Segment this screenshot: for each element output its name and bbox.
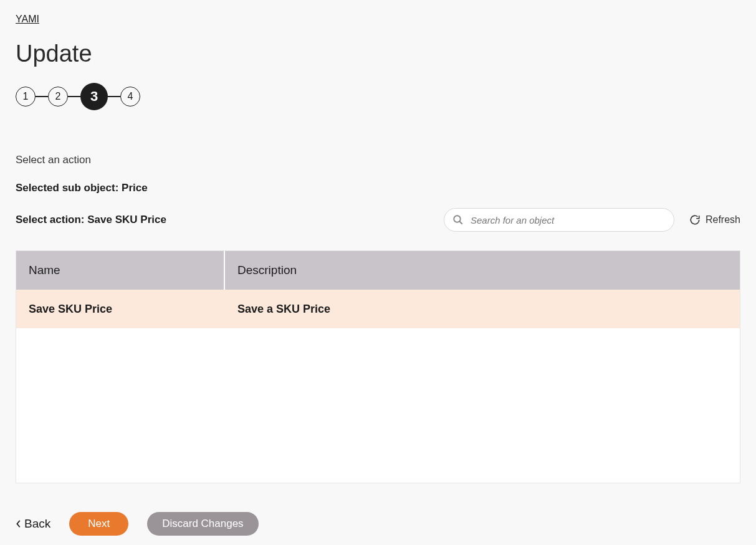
stepper: 1 2 3 4 bbox=[16, 83, 740, 110]
page-title: Update bbox=[16, 40, 740, 67]
step-connector bbox=[68, 96, 80, 97]
step-4[interactable]: 4 bbox=[120, 87, 140, 107]
breadcrumb[interactable]: YAMI bbox=[16, 14, 39, 25]
header-name: Name bbox=[16, 251, 225, 290]
search-refresh-group: Refresh bbox=[444, 208, 740, 232]
table-header: Name Description bbox=[16, 251, 740, 290]
step-connector bbox=[108, 96, 120, 97]
step-2[interactable]: 2 bbox=[48, 87, 68, 107]
table-row[interactable]: Save SKU Price Save a SKU Price bbox=[16, 290, 740, 328]
action-search-row: Select action: Save SKU Price Refresh bbox=[16, 208, 740, 232]
header-description: Description bbox=[225, 251, 740, 290]
refresh-icon bbox=[689, 214, 701, 225]
section-label: Select an action bbox=[16, 154, 740, 166]
svg-point-0 bbox=[454, 216, 461, 222]
search-wrap bbox=[444, 208, 674, 232]
step-1[interactable]: 1 bbox=[16, 87, 36, 107]
next-button[interactable]: Next bbox=[69, 512, 128, 536]
refresh-label: Refresh bbox=[706, 214, 740, 225]
svg-line-1 bbox=[459, 221, 462, 224]
cell-name: Save SKU Price bbox=[16, 303, 225, 316]
search-icon bbox=[452, 214, 464, 225]
step-3[interactable]: 3 bbox=[80, 83, 108, 110]
footer-actions: Back Next Discard Changes bbox=[16, 512, 740, 536]
chevron-left-icon bbox=[16, 519, 22, 528]
action-table: Name Description Save SKU Price Save a S… bbox=[16, 250, 740, 483]
search-input[interactable] bbox=[444, 208, 674, 232]
selected-sub-object: Selected sub object: Price bbox=[16, 182, 740, 194]
step-connector bbox=[36, 96, 48, 97]
select-action-label: Select action: Save SKU Price bbox=[16, 214, 166, 226]
back-label: Back bbox=[24, 517, 50, 531]
back-button[interactable]: Back bbox=[16, 517, 50, 531]
refresh-button[interactable]: Refresh bbox=[689, 214, 740, 225]
cell-description: Save a SKU Price bbox=[225, 303, 740, 316]
discard-button[interactable]: Discard Changes bbox=[147, 512, 258, 536]
